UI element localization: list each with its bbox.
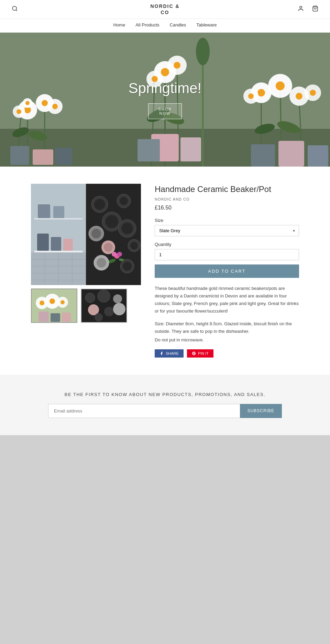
cart-icon — [312, 5, 318, 12]
svg-point-32 — [174, 62, 180, 69]
pinterest-pin-button[interactable]: PIN IT — [187, 349, 213, 358]
thumb2-image — [81, 289, 127, 323]
svg-rect-70 — [63, 239, 73, 251]
svg-point-50 — [296, 93, 302, 100]
svg-point-30 — [161, 68, 169, 76]
svg-rect-72 — [38, 204, 50, 218]
svg-point-82 — [91, 229, 101, 238]
svg-point-44 — [257, 89, 265, 97]
header-left — [10, 4, 19, 14]
facebook-share-button[interactable]: SHARE — [155, 349, 184, 358]
thumbnail-images — [31, 289, 141, 323]
svg-rect-105 — [38, 312, 49, 322]
svg-rect-39 — [180, 137, 201, 161]
hero-content: Springtime! SHOP NOW — [129, 80, 201, 119]
product-vendor: NORDIC AND CO — [155, 197, 299, 201]
nav-all-products[interactable]: All Products — [135, 22, 159, 27]
svg-point-48 — [276, 81, 285, 90]
svg-point-46 — [248, 93, 254, 99]
svg-rect-68 — [37, 234, 49, 251]
product-title: Handmade Ceramic Beaker/Pot — [155, 184, 299, 194]
hero-banner: Springtime! SHOP NOW — [0, 33, 330, 167]
svg-point-109 — [85, 293, 95, 303]
svg-line-1 — [16, 10, 17, 11]
svg-rect-55 — [251, 144, 275, 167]
size-select[interactable]: Slate Grey French Grey Pale Pink Light G… — [155, 225, 299, 236]
svg-point-100 — [40, 301, 44, 305]
thumb1-image — [32, 289, 77, 323]
svg-point-97 — [123, 262, 132, 271]
svg-point-12 — [25, 101, 30, 105]
product-info: Handmade Ceramic Beaker/Pot NORDIC AND C… — [155, 184, 299, 358]
svg-point-104 — [60, 300, 65, 304]
person-icon — [298, 5, 304, 12]
main-nav: Home All Products Candles Tableware — [0, 19, 330, 33]
svg-point-111 — [113, 294, 122, 303]
svg-point-88 — [112, 252, 117, 257]
header: NORDIC & CO — [0, 0, 330, 19]
svg-rect-71 — [34, 218, 82, 219]
svg-point-14 — [16, 109, 21, 114]
svg-point-114 — [113, 303, 125, 315]
main-product-image — [31, 184, 141, 285]
svg-rect-73 — [53, 206, 64, 218]
newsletter-form: SUBSCRIBE — [48, 404, 282, 418]
footer — [0, 435, 330, 644]
search-button[interactable] — [10, 4, 19, 14]
newsletter-section: BE THE FIRST TO KNOW ABOUT NEW PRODUCTS,… — [0, 375, 330, 435]
svg-point-80 — [105, 215, 118, 228]
subscribe-button[interactable]: SUBSCRIBE — [240, 404, 282, 418]
svg-point-78 — [120, 197, 128, 205]
svg-rect-56 — [278, 141, 304, 167]
hero-title: Springtime! — [129, 80, 201, 97]
svg-point-89 — [117, 252, 122, 257]
svg-point-0 — [12, 6, 16, 10]
quantity-input[interactable] — [155, 249, 299, 260]
login-button[interactable] — [296, 4, 305, 14]
size-label: Size — [155, 218, 299, 223]
svg-point-16 — [42, 100, 48, 106]
product-care: Do not put in microwave. — [155, 337, 299, 342]
svg-rect-22 — [33, 149, 53, 165]
cart-button[interactable] — [311, 4, 320, 14]
facebook-icon — [160, 351, 164, 355]
svg-point-76 — [94, 199, 105, 210]
svg-rect-67 — [34, 251, 82, 252]
email-input[interactable] — [48, 404, 240, 418]
svg-rect-106 — [51, 313, 60, 322]
nav-tableware[interactable]: Tableware — [196, 22, 217, 27]
svg-point-18 — [52, 104, 58, 109]
ceramics-shelf-image — [31, 184, 86, 285]
svg-point-52 — [310, 90, 316, 96]
header-center: NORDIC & CO — [150, 3, 179, 15]
pinterest-icon — [192, 351, 196, 355]
svg-rect-69 — [51, 237, 61, 251]
header-right — [296, 4, 320, 14]
svg-point-86 — [104, 243, 113, 252]
svg-point-95 — [97, 258, 106, 268]
svg-point-28 — [196, 38, 210, 65]
nav-candles[interactable]: Candles — [170, 22, 186, 27]
thumbnail-2[interactable] — [81, 289, 127, 323]
svg-point-2 — [300, 6, 302, 8]
svg-rect-23 — [55, 148, 72, 165]
add-to-cart-button[interactable]: ADD TO CART — [155, 264, 299, 278]
svg-point-102 — [50, 298, 55, 304]
thumbnail-1[interactable] — [31, 289, 77, 323]
svg-point-84 — [121, 223, 133, 234]
product-dimensions: Size: Diameter 9cm, height 8.5cm. Glazed… — [155, 320, 299, 335]
shop-now-button[interactable]: SHOP NOW — [148, 103, 182, 119]
site-logo: NORDIC & CO — [150, 3, 179, 15]
svg-point-113 — [104, 307, 114, 316]
product-section: Handmade Ceramic Beaker/Pot NORDIC AND C… — [17, 184, 313, 358]
svg-point-93 — [130, 242, 138, 249]
svg-rect-107 — [62, 313, 71, 322]
social-share-buttons: SHARE PIN IT — [155, 349, 299, 358]
svg-point-110 — [98, 290, 110, 302]
nav-home[interactable]: Home — [113, 22, 125, 27]
quantity-label: Quantity — [155, 242, 299, 247]
newsletter-title: BE THE FIRST TO KNOW ABOUT NEW PRODUCTS,… — [14, 392, 316, 397]
product-description: These beautiful handmade gold rimmed cer… — [155, 285, 299, 315]
ceramic-discs-image — [86, 184, 141, 285]
search-icon — [12, 5, 18, 12]
